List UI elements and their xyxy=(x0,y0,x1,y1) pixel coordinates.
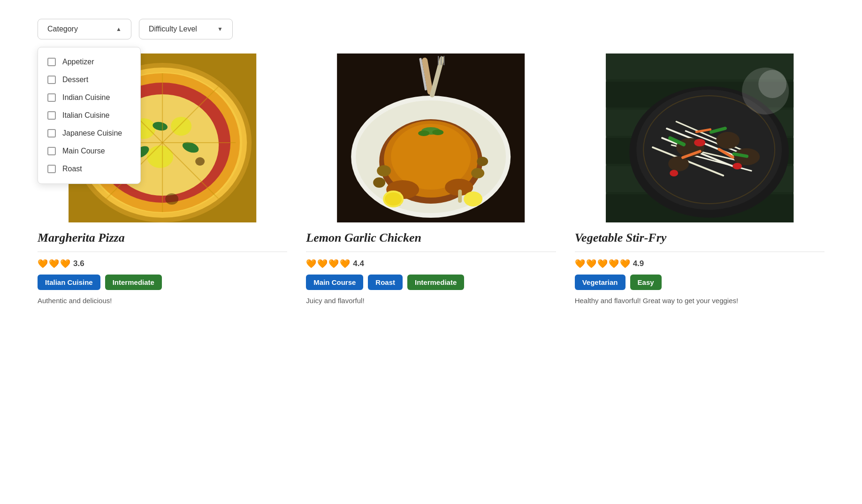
category-option-roast[interactable]: Roast xyxy=(38,160,140,178)
tag-intermediate-pizza: Intermediate xyxy=(105,275,162,290)
checkbox-italian[interactable] xyxy=(47,111,56,120)
heart-4: 🧡 xyxy=(609,259,619,269)
category-option-japanese[interactable]: Japanese Cuisine xyxy=(38,124,140,142)
heart-1: 🧡 xyxy=(575,259,585,269)
svg-rect-44 xyxy=(443,56,444,65)
svg-point-13 xyxy=(195,157,205,166)
tag-intermediate-chicken: Intermediate xyxy=(407,275,464,290)
svg-point-7 xyxy=(171,117,191,136)
recipe-title-pizza: Margherita Pizza xyxy=(38,231,287,245)
option-label-main: Main Course xyxy=(62,147,105,155)
svg-point-38 xyxy=(477,157,488,166)
svg-point-14 xyxy=(165,193,178,205)
recipe-image-chicken xyxy=(306,53,556,222)
difficulty-label: Difficulty Level xyxy=(149,25,197,33)
option-label-dessert: Dessert xyxy=(62,76,88,84)
hearts-pizza: 🧡 🧡 🧡 xyxy=(38,259,70,269)
recipe-grid: Margherita Pizza 🧡 🧡 🧡 3.6 Italian Cuisi… xyxy=(38,53,824,306)
svg-rect-29 xyxy=(458,190,462,203)
option-label-roast: Roast xyxy=(62,165,82,173)
checkbox-indian[interactable] xyxy=(47,93,56,102)
option-label-indian: Indian Cuisine xyxy=(62,93,110,102)
heart-4: 🧡 xyxy=(340,259,350,269)
category-chevron-icon: ▲ xyxy=(116,26,122,32)
heart-3: 🧡 xyxy=(328,259,339,269)
svg-point-31 xyxy=(418,130,429,136)
rating-number-chicken: 4.4 xyxy=(353,259,364,268)
category-option-appetizer[interactable]: Appetizer xyxy=(38,53,140,71)
recipe-rating-pizza: 🧡 🧡 🧡 3.6 xyxy=(38,259,287,269)
tag-main-course: Main Course xyxy=(306,275,363,290)
category-option-dessert[interactable]: Dessert xyxy=(38,71,140,89)
divider-pizza xyxy=(38,252,287,252)
recipe-card-stirfry: Vegetable Stir-Fry 🧡 🧡 🧡 🧡 🧡 4.9 Vegetar… xyxy=(575,53,824,306)
svg-point-36 xyxy=(377,165,391,176)
tag-vegetarian: Vegetarian xyxy=(575,275,626,290)
svg-point-72 xyxy=(694,139,705,146)
heart-5: 🧡 xyxy=(620,259,630,269)
heart-3: 🧡 xyxy=(597,259,608,269)
svg-rect-43 xyxy=(441,56,442,65)
recipe-title-chicken: Lemon Garlic Chicken xyxy=(306,231,556,245)
recipe-description-pizza: Authentic and delicious! xyxy=(38,296,287,306)
difficulty-chevron-icon: ▼ xyxy=(217,26,223,32)
checkbox-main[interactable] xyxy=(47,147,56,155)
heart-1: 🧡 xyxy=(38,259,48,269)
tag-easy: Easy xyxy=(630,275,662,290)
rating-number-stirfry: 4.9 xyxy=(633,259,644,268)
recipe-tags-pizza: Italian Cuisine Intermediate xyxy=(38,275,287,290)
svg-point-74 xyxy=(670,170,678,176)
divider-chicken xyxy=(306,252,556,252)
recipe-tags-chicken: Main Course Roast Intermediate xyxy=(306,275,556,290)
svg-rect-42 xyxy=(438,56,439,65)
recipe-rating-stirfry: 🧡 🧡 🧡 🧡 🧡 4.9 xyxy=(575,259,824,269)
svg-point-34 xyxy=(385,192,402,206)
rating-number-pizza: 3.6 xyxy=(73,259,84,268)
heart-2: 🧡 xyxy=(49,259,59,269)
svg-point-64 xyxy=(668,156,689,171)
heart-2: 🧡 xyxy=(317,259,328,269)
recipe-description-chicken: Juicy and flavorful! xyxy=(306,296,556,306)
svg-point-63 xyxy=(716,132,740,149)
category-dropdown-menu: Appetizer Dessert Indian Cuisine Italian… xyxy=(38,47,141,184)
svg-point-35 xyxy=(464,191,482,206)
recipe-image-stirfry xyxy=(575,53,824,222)
checkbox-japanese[interactable] xyxy=(47,129,56,137)
category-dropdown-button[interactable]: Category ▲ xyxy=(38,19,131,39)
recipe-tags-stirfry: Vegetarian Easy xyxy=(575,275,824,290)
category-option-italian[interactable]: Italian Cuisine xyxy=(38,107,140,124)
hearts-chicken: 🧡 🧡 🧡 🧡 xyxy=(306,259,350,269)
divider-stirfry xyxy=(575,252,824,252)
category-option-main[interactable]: Main Course xyxy=(38,142,140,160)
tag-roast: Roast xyxy=(368,275,403,290)
filter-bar: Category ▲ Appetizer Dessert Indian Cuis… xyxy=(38,19,824,39)
svg-point-32 xyxy=(432,130,443,135)
recipe-card-chicken: Lemon Garlic Chicken 🧡 🧡 🧡 🧡 4.4 Main Co… xyxy=(306,53,556,306)
category-dropdown-container: Category ▲ Appetizer Dessert Indian Cuis… xyxy=(38,19,131,39)
option-label-japanese: Japanese Cuisine xyxy=(62,129,122,137)
checkbox-appetizer[interactable] xyxy=(47,58,56,66)
checkbox-dessert[interactable] xyxy=(47,76,56,84)
recipe-title-stirfry: Vegetable Stir-Fry xyxy=(575,231,824,245)
svg-point-39 xyxy=(373,177,385,188)
recipe-description-stirfry: Healthy and flavorful! Great way to get … xyxy=(575,296,824,306)
checkbox-roast[interactable] xyxy=(47,165,56,173)
category-label: Category xyxy=(47,25,78,33)
heart-2: 🧡 xyxy=(586,259,596,269)
svg-point-73 xyxy=(732,163,742,169)
svg-point-77 xyxy=(758,70,786,98)
option-label-italian: Italian Cuisine xyxy=(62,111,110,120)
category-option-indian[interactable]: Indian Cuisine xyxy=(38,89,140,107)
option-label-appetizer: Appetizer xyxy=(62,58,94,66)
heart-3: 🧡 xyxy=(60,259,70,269)
tag-italian-cuisine: Italian Cuisine xyxy=(38,275,100,290)
recipe-rating-chicken: 🧡 🧡 🧡 🧡 4.4 xyxy=(306,259,556,269)
difficulty-dropdown-button[interactable]: Difficulty Level ▼ xyxy=(139,19,233,39)
heart-1: 🧡 xyxy=(306,259,316,269)
svg-point-37 xyxy=(471,168,484,178)
hearts-stirfry: 🧡 🧡 🧡 🧡 🧡 xyxy=(575,259,630,269)
